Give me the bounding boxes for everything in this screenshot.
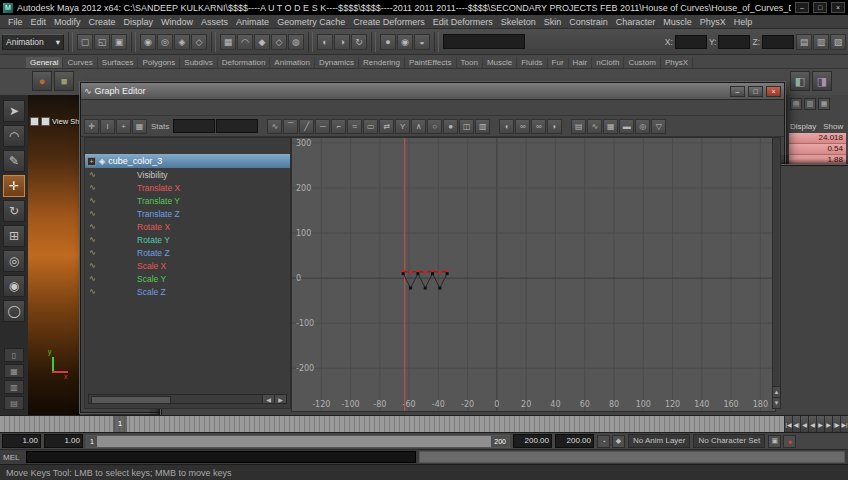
range-slider-bar[interactable]: 1 200 <box>86 435 510 448</box>
select-hierarchy-icon[interactable]: ◉ <box>140 34 156 50</box>
menu-item-edit[interactable]: Edit <box>27 17 51 27</box>
time-snap-icon[interactable]: ◫ <box>459 119 474 134</box>
channel-row-rotate-z[interactable]: ∿Rotate Z <box>85 246 290 259</box>
free-tangent-weight-icon[interactable]: ○ <box>427 119 442 134</box>
snap-to-point-icon[interactable]: ◆ <box>254 34 270 50</box>
open-trax-editor-icon[interactable]: ▬ <box>619 119 634 134</box>
render-settings-icon[interactable]: ◒ <box>414 34 430 50</box>
shelf-tab-custom[interactable]: Custom <box>624 57 661 68</box>
shelf-tab-animation[interactable]: Animation <box>270 57 315 68</box>
selection-mask-icon[interactable]: ◇ <box>191 34 207 50</box>
menu-item-animate[interactable]: Animate <box>232 17 273 27</box>
unify-tangents-icon[interactable]: ∧ <box>411 119 426 134</box>
z-coordinate-field[interactable] <box>762 35 794 49</box>
viewport-panel[interactable]: View Sha y x <box>28 95 80 415</box>
shelf-tab-deformation[interactable]: Deformation <box>218 57 271 68</box>
new-scene-icon[interactable]: ▢ <box>77 34 93 50</box>
shelf-tab-fluids[interactable]: Fluids <box>517 57 547 68</box>
lock-tangent-weight-icon[interactable]: ● <box>443 119 458 134</box>
select-component-icon[interactable]: ◈ <box>174 34 190 50</box>
shelf-tab-ncloth[interactable]: nCloth <box>592 57 624 68</box>
menu-item-edit-deformers[interactable]: Edit Deformers <box>429 17 497 27</box>
linear-tangents-icon[interactable]: ╱ <box>299 119 314 134</box>
attribute-editor-toggle-icon[interactable]: ▧ <box>830 34 846 50</box>
last-tool-icon[interactable]: ◯ <box>3 300 25 322</box>
channelbox-menu-display[interactable]: Display <box>790 122 816 131</box>
snap-to-grid-icon[interactable]: ▦ <box>220 34 236 50</box>
channelbox-speed-icon[interactable]: ▥ <box>804 98 816 110</box>
shelf-tool-icon-b[interactable]: ◨ <box>812 71 832 91</box>
playback-start-field[interactable]: 1.00 <box>2 434 41 448</box>
scale-tool-icon[interactable]: ⊞ <box>3 225 25 247</box>
step-forward-frame-button[interactable]: |▶ <box>832 416 840 432</box>
paint-select-tool-icon[interactable]: ✎ <box>3 150 25 172</box>
two-pane-layout-icon[interactable]: ▥ <box>4 380 24 394</box>
play-backwards-button[interactable]: ◀ <box>808 416 816 432</box>
menu-item-muscle[interactable]: Muscle <box>659 17 696 27</box>
post-infinity-cycle-icon[interactable]: ∞ <box>531 119 546 134</box>
enable-normalized-view-icon[interactable]: ▤ <box>571 119 586 134</box>
buffer-curve-snapshot-icon[interactable]: ▭ <box>363 119 378 134</box>
shelf-tab-rendering[interactable]: Rendering <box>359 57 405 68</box>
graph-filter-icon[interactable]: ▽ <box>651 119 666 134</box>
menu-set-selector[interactable]: Animation ▾ <box>2 34 64 50</box>
y-coordinate-field[interactable] <box>718 35 750 49</box>
shelf-tab-fur[interactable]: Fur <box>548 57 569 68</box>
render-current-frame-icon[interactable]: ● <box>380 34 396 50</box>
swap-buffer-curve-icon[interactable]: ⇄ <box>379 119 394 134</box>
step-back-frame-button[interactable]: ◀| <box>792 416 800 432</box>
flat-tangents-icon[interactable]: ─ <box>315 119 330 134</box>
time-slider-ticks[interactable]: 1 <box>0 416 784 432</box>
x-coordinate-field[interactable] <box>675 35 707 49</box>
channelbox-manip-icon[interactable]: ▤ <box>790 98 802 110</box>
outliner-scroll-track[interactable] <box>89 395 262 403</box>
channelbox-menu-show[interactable]: Show <box>823 122 843 131</box>
go-to-end-button[interactable]: ▶| <box>840 416 848 432</box>
time-slider[interactable]: 1 |◀◀|◀◀▶▶|▶▶| <box>0 415 848 433</box>
quick-select-field[interactable] <box>443 34 525 49</box>
close-window-button[interactable]: × <box>831 2 845 13</box>
character-set-selector[interactable]: No Character Set <box>693 434 765 448</box>
anim-layer-selector[interactable]: No Anim Layer <box>628 434 690 448</box>
anim-layer-filter-icon[interactable]: ◆ <box>612 435 625 448</box>
single-pane-layout-icon[interactable]: ▯ <box>4 348 24 362</box>
maximize-window-button[interactable]: □ <box>813 2 827 13</box>
channelbox-toggle-icon[interactable]: ▥ <box>813 34 829 50</box>
save-scene-icon[interactable]: ▣ <box>111 34 127 50</box>
menu-item-create[interactable]: Create <box>85 17 120 27</box>
pre-infinity-cycle-icon[interactable]: ◖ <box>499 119 514 134</box>
menu-item-constrain[interactable]: Constrain <box>565 17 612 27</box>
value-snap-icon[interactable]: ▥ <box>475 119 490 134</box>
camera-view-icon[interactable]: ◎ <box>635 119 650 134</box>
play-forwards-button[interactable]: ▶ <box>816 416 824 432</box>
open-scene-icon[interactable]: ◱ <box>94 34 110 50</box>
shelf-tool-icon-a[interactable]: ◧ <box>790 71 810 91</box>
selected-node-name[interactable]: cube_color_3 <box>108 156 162 166</box>
graph-vscrollbar[interactable]: ▲ ▼ <box>772 137 781 409</box>
move-nearest-picked-key-tool-icon[interactable]: ✛ <box>84 119 99 134</box>
clamped-tangents-icon[interactable]: ⌒ <box>283 119 298 134</box>
shelf-tab-physx[interactable]: PhysX <box>661 57 693 68</box>
shelf-tab-surfaces[interactable]: Surfaces <box>98 57 139 68</box>
outliner-hscrollbar[interactable]: ◀ ▶ <box>88 394 287 404</box>
menu-item-help[interactable]: Help <box>730 17 757 27</box>
ge-channel-outliner[interactable]: + ◈ cube_color_3 ∿Visibility∿Translate X… <box>84 137 291 409</box>
open-dope-sheet-icon[interactable]: ▦ <box>603 119 618 134</box>
shelf-sphere-icon[interactable]: ● <box>32 71 52 91</box>
channel-row-scale-x[interactable]: ∿Scale X <box>85 259 290 272</box>
menu-item-skeleton[interactable]: Skeleton <box>497 17 540 27</box>
graph-editor-maximize-button[interactable]: □ <box>748 86 763 97</box>
command-line-input[interactable] <box>26 451 416 463</box>
channel-row-translate-y[interactable]: ∿Translate Y <box>85 194 290 207</box>
playback-end-field[interactable]: 200.00 <box>555 434 594 448</box>
show-manipulator-icon[interactable]: ◉ <box>3 275 25 297</box>
rotate-tool-icon[interactable]: ↻ <box>3 200 25 222</box>
shelf-tab-hair[interactable]: Hair <box>569 57 593 68</box>
move-tool-icon[interactable]: ✛ <box>3 175 25 197</box>
outliner-node-row[interactable]: + ◈ cube_color_3 <box>85 154 290 168</box>
scroll-right-icon[interactable]: ▶ <box>274 395 286 403</box>
four-pane-layout-icon[interactable]: ▦ <box>4 364 24 378</box>
step-back-key-button[interactable]: ◀ <box>800 416 808 432</box>
construction-history-icon[interactable]: ↻ <box>351 34 367 50</box>
shelf-tab-painteffects[interactable]: PaintEffects <box>405 57 457 68</box>
